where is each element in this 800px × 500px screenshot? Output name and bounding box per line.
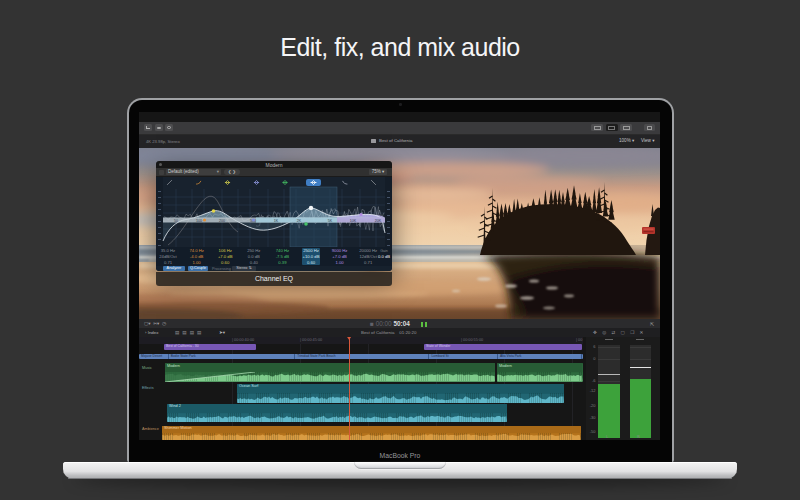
svg-text:50: 50	[174, 218, 178, 222]
svg-text:5K: 5K	[328, 218, 333, 222]
svg-text:20K: 20K	[375, 218, 382, 222]
svg-text:200: 200	[219, 218, 225, 222]
svg-text:1K: 1K	[274, 218, 279, 222]
svg-text:10K: 10K	[350, 218, 357, 222]
svg-text:2K: 2K	[297, 218, 302, 222]
svg-text:100: 100	[196, 218, 202, 222]
